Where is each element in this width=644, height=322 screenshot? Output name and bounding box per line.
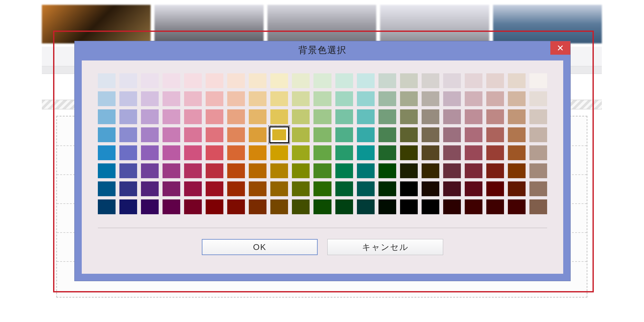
color-swatch[interactable] <box>443 109 461 124</box>
color-swatch[interactable] <box>400 163 418 178</box>
color-swatch[interactable] <box>335 163 353 178</box>
color-swatch[interactable] <box>357 181 375 196</box>
color-swatch[interactable] <box>529 145 547 160</box>
color-swatch[interactable] <box>292 163 310 178</box>
color-swatch[interactable] <box>529 109 547 124</box>
color-swatch[interactable] <box>119 199 137 214</box>
color-swatch[interactable] <box>270 109 288 124</box>
color-swatch[interactable] <box>313 145 331 160</box>
color-swatch[interactable] <box>529 127 547 142</box>
color-swatch[interactable] <box>292 109 310 124</box>
color-swatch[interactable] <box>313 109 331 124</box>
color-swatch[interactable] <box>249 91 266 106</box>
color-swatch[interactable] <box>206 127 223 142</box>
color-swatch[interactable] <box>422 163 439 178</box>
color-swatch[interactable] <box>443 163 461 178</box>
color-swatch[interactable] <box>508 127 526 142</box>
color-swatch[interactable] <box>141 109 159 124</box>
color-swatch[interactable] <box>422 145 439 160</box>
color-swatch[interactable] <box>227 145 245 160</box>
color-swatch[interactable] <box>357 199 375 214</box>
color-swatch[interactable] <box>422 109 439 124</box>
color-swatch[interactable] <box>529 199 547 214</box>
color-swatch[interactable] <box>335 199 353 214</box>
color-swatch[interactable] <box>529 163 547 178</box>
color-swatch[interactable] <box>206 73 223 88</box>
color-swatch[interactable] <box>400 199 418 214</box>
color-swatch[interactable] <box>508 109 526 124</box>
color-swatch[interactable] <box>163 181 180 196</box>
color-swatch[interactable] <box>119 163 137 178</box>
color-swatch[interactable] <box>184 109 202 124</box>
color-swatch[interactable] <box>98 109 116 124</box>
color-swatch[interactable] <box>422 73 439 88</box>
color-swatch[interactable] <box>357 145 375 160</box>
color-swatch[interactable] <box>378 127 396 142</box>
color-swatch[interactable] <box>508 73 526 88</box>
color-swatch[interactable] <box>443 181 461 196</box>
color-swatch[interactable] <box>378 181 396 196</box>
color-swatch[interactable] <box>206 145 223 160</box>
color-swatch[interactable] <box>227 199 245 214</box>
color-swatch[interactable] <box>249 73 266 88</box>
color-swatch[interactable] <box>400 181 418 196</box>
color-swatch[interactable] <box>486 109 504 124</box>
color-swatch[interactable] <box>119 109 137 124</box>
color-swatch[interactable] <box>400 127 418 142</box>
color-swatch[interactable] <box>292 199 310 214</box>
color-swatch[interactable] <box>98 199 116 214</box>
color-swatch[interactable] <box>98 127 116 142</box>
color-swatch[interactable] <box>270 73 288 88</box>
color-swatch[interactable] <box>184 73 202 88</box>
color-swatch[interactable] <box>357 127 375 142</box>
color-swatch[interactable] <box>486 163 504 178</box>
color-swatch[interactable] <box>357 163 375 178</box>
ok-button[interactable]: OK <box>202 239 318 255</box>
color-swatch[interactable] <box>249 181 266 196</box>
color-swatch[interactable] <box>313 91 331 106</box>
color-swatch[interactable] <box>335 127 353 142</box>
color-swatch[interactable] <box>486 199 504 214</box>
color-swatch[interactable] <box>335 91 353 106</box>
color-swatch[interactable] <box>422 127 439 142</box>
color-swatch[interactable] <box>119 91 137 106</box>
color-swatch[interactable] <box>357 109 375 124</box>
color-swatch[interactable] <box>378 163 396 178</box>
color-swatch[interactable] <box>141 199 159 214</box>
color-swatch[interactable] <box>163 127 180 142</box>
color-swatch[interactable] <box>313 127 331 142</box>
color-swatch[interactable] <box>292 73 310 88</box>
color-swatch[interactable] <box>184 127 202 142</box>
color-swatch[interactable] <box>378 73 396 88</box>
color-swatch[interactable] <box>357 91 375 106</box>
color-swatch[interactable] <box>163 145 180 160</box>
color-swatch[interactable] <box>270 91 288 106</box>
color-swatch[interactable] <box>141 163 159 178</box>
color-swatch[interactable] <box>443 127 461 142</box>
color-swatch[interactable] <box>184 163 202 178</box>
color-swatch[interactable] <box>508 91 526 106</box>
color-swatch[interactable] <box>529 91 547 106</box>
color-swatch[interactable] <box>206 163 223 178</box>
video-thumbnail[interactable] <box>380 5 489 43</box>
color-swatch[interactable] <box>335 109 353 124</box>
color-swatch[interactable] <box>141 145 159 160</box>
color-swatch[interactable] <box>270 199 288 214</box>
color-swatch[interactable] <box>184 145 202 160</box>
color-swatch[interactable] <box>249 109 266 124</box>
color-swatch[interactable] <box>141 91 159 106</box>
color-swatch[interactable] <box>529 73 547 88</box>
color-swatch[interactable] <box>141 181 159 196</box>
color-swatch[interactable] <box>486 145 504 160</box>
color-swatch[interactable] <box>465 109 482 124</box>
color-swatch[interactable] <box>98 91 116 106</box>
color-swatch[interactable] <box>184 181 202 196</box>
video-thumbnail[interactable] <box>267 5 376 43</box>
cancel-button[interactable]: キャンセル <box>327 239 443 255</box>
color-swatch[interactable] <box>465 199 482 214</box>
color-swatch[interactable] <box>206 199 223 214</box>
color-swatch[interactable] <box>465 91 482 106</box>
color-swatch[interactable] <box>270 145 288 160</box>
color-swatch[interactable] <box>292 127 310 142</box>
dialog-titlebar[interactable]: 背景色選択 <box>75 41 570 59</box>
